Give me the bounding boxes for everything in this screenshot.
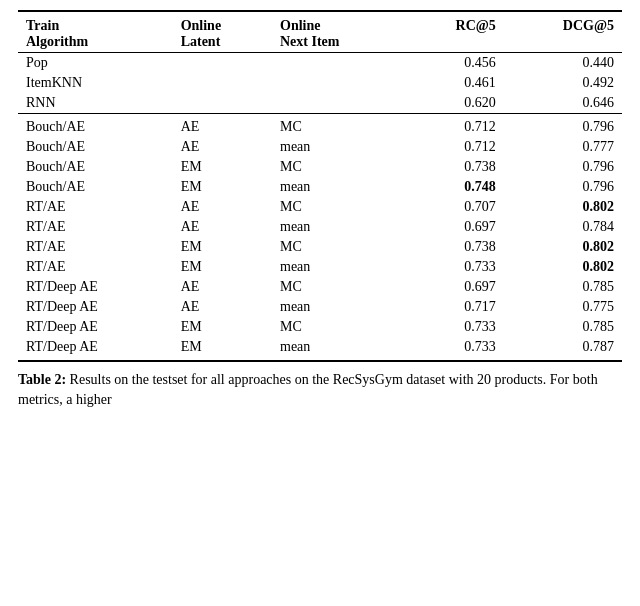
cell-next: [272, 73, 405, 93]
cell-latent: EM: [173, 337, 272, 361]
header-train-algo: TrainAlgorithm: [18, 11, 173, 52]
cell-latent: AE: [173, 217, 272, 237]
cell-dcg5: 0.802: [504, 237, 622, 257]
cell-next: mean: [272, 217, 405, 237]
table-row: Bouch/AEEMMC0.7380.796: [18, 157, 622, 177]
cell-next: MC: [272, 157, 405, 177]
caption-label: Table 2:: [18, 372, 66, 387]
header-online-next-item: OnlineNext Item: [272, 11, 405, 52]
cell-dcg5: 0.777: [504, 137, 622, 157]
cell-dcg5: 0.796: [504, 157, 622, 177]
table-row: Bouch/AEAEMC0.7120.796: [18, 114, 622, 138]
cell-next: mean: [272, 297, 405, 317]
table-row: RT/Deep AEAEMC0.6970.785: [18, 277, 622, 297]
cell-latent: [173, 73, 272, 93]
table-row: Bouch/AEEMmean0.7480.796: [18, 177, 622, 197]
table-row: RT/AEAEmean0.6970.784: [18, 217, 622, 237]
cell-next: mean: [272, 177, 405, 197]
caption-text: Results on the testset for all approache…: [18, 372, 598, 407]
table-row: RT/Deep AEEMMC0.7330.785: [18, 317, 622, 337]
header-rc5: RC@5: [405, 11, 504, 52]
cell-dcg5: 0.785: [504, 277, 622, 297]
table-row: RT/AEAEMC0.7070.802: [18, 197, 622, 217]
cell-latent: AE: [173, 114, 272, 138]
cell-next: mean: [272, 257, 405, 277]
cell-algo: Bouch/AE: [18, 137, 173, 157]
cell-rc5: 0.748: [405, 177, 504, 197]
cell-algo: Pop: [18, 53, 173, 74]
cell-rc5: 0.707: [405, 197, 504, 217]
cell-latent: EM: [173, 317, 272, 337]
cell-algo: ItemKNN: [18, 73, 173, 93]
cell-next: [272, 53, 405, 74]
cell-algo: RT/AE: [18, 217, 173, 237]
cell-dcg5: 0.796: [504, 114, 622, 138]
cell-next: MC: [272, 197, 405, 217]
cell-rc5: 0.738: [405, 237, 504, 257]
cell-dcg5: 0.787: [504, 337, 622, 361]
table-row: ItemKNN0.4610.492: [18, 73, 622, 93]
cell-next: mean: [272, 137, 405, 157]
cell-rc5: 0.456: [405, 53, 504, 74]
results-table: TrainAlgorithm OnlineLatent OnlineNext I…: [18, 10, 622, 362]
cell-latent: AE: [173, 297, 272, 317]
cell-latent: AE: [173, 137, 272, 157]
cell-latent: EM: [173, 157, 272, 177]
cell-dcg5: 0.492: [504, 73, 622, 93]
cell-rc5: 0.717: [405, 297, 504, 317]
cell-next: [272, 93, 405, 114]
cell-algo: Bouch/AE: [18, 114, 173, 138]
cell-algo: RT/AE: [18, 237, 173, 257]
cell-algo: RT/Deep AE: [18, 277, 173, 297]
cell-rc5: 0.733: [405, 337, 504, 361]
cell-rc5: 0.712: [405, 114, 504, 138]
cell-dcg5: 0.802: [504, 197, 622, 217]
cell-rc5: 0.738: [405, 157, 504, 177]
cell-algo: Bouch/AE: [18, 177, 173, 197]
cell-algo: RT/Deep AE: [18, 297, 173, 317]
cell-dcg5: 0.785: [504, 317, 622, 337]
cell-algo: RNN: [18, 93, 173, 114]
cell-dcg5: 0.802: [504, 257, 622, 277]
header-online-latent: OnlineLatent: [173, 11, 272, 52]
cell-next: MC: [272, 237, 405, 257]
cell-algo: Bouch/AE: [18, 157, 173, 177]
table-row: RT/Deep AEAEmean0.7170.775: [18, 297, 622, 317]
table-row: RT/AEEMMC0.7380.802: [18, 237, 622, 257]
cell-rc5: 0.733: [405, 317, 504, 337]
cell-latent: AE: [173, 277, 272, 297]
table-row: RT/AEEMmean0.7330.802: [18, 257, 622, 277]
cell-latent: [173, 93, 272, 114]
table-row: RNN0.6200.646: [18, 93, 622, 114]
table-row: Pop0.4560.440: [18, 53, 622, 74]
cell-latent: AE: [173, 197, 272, 217]
cell-rc5: 0.712: [405, 137, 504, 157]
cell-algo: RT/AE: [18, 257, 173, 277]
cell-dcg5: 0.775: [504, 297, 622, 317]
cell-algo: RT/Deep AE: [18, 337, 173, 361]
cell-dcg5: 0.784: [504, 217, 622, 237]
cell-rc5: 0.733: [405, 257, 504, 277]
table-row: Bouch/AEAEmean0.7120.777: [18, 137, 622, 157]
cell-latent: EM: [173, 237, 272, 257]
cell-rc5: 0.697: [405, 217, 504, 237]
cell-rc5: 0.697: [405, 277, 504, 297]
cell-dcg5: 0.646: [504, 93, 622, 114]
cell-latent: EM: [173, 177, 272, 197]
header-dcg5: DCG@5: [504, 11, 622, 52]
cell-next: MC: [272, 114, 405, 138]
cell-algo: RT/AE: [18, 197, 173, 217]
cell-rc5: 0.620: [405, 93, 504, 114]
cell-next: MC: [272, 277, 405, 297]
table-caption: Table 2: Results on the testset for all …: [18, 370, 622, 409]
cell-latent: [173, 53, 272, 74]
cell-next: MC: [272, 317, 405, 337]
cell-next: mean: [272, 337, 405, 361]
table-row: RT/Deep AEEMmean0.7330.787: [18, 337, 622, 361]
table-container: TrainAlgorithm OnlineLatent OnlineNext I…: [18, 10, 622, 409]
cell-dcg5: 0.440: [504, 53, 622, 74]
cell-latent: EM: [173, 257, 272, 277]
cell-algo: RT/Deep AE: [18, 317, 173, 337]
cell-dcg5: 0.796: [504, 177, 622, 197]
cell-rc5: 0.461: [405, 73, 504, 93]
